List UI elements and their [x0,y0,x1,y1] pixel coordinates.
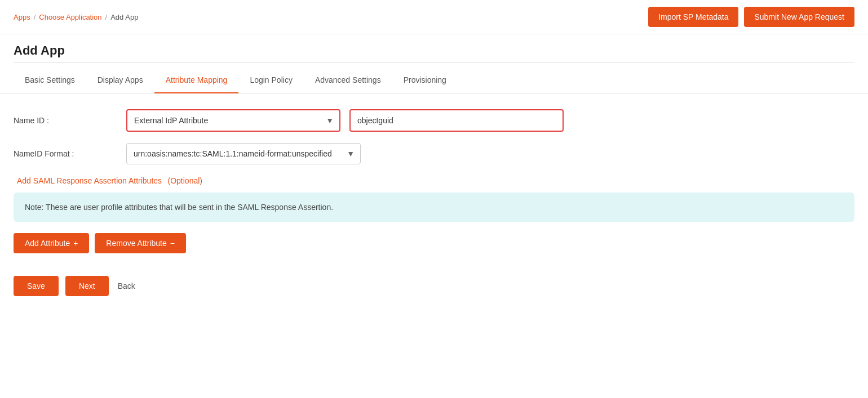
breadcrumb: Apps / Choose Application / Add App [14,13,138,21]
header-divider [14,62,854,63]
add-icon: + [73,239,78,248]
add-attribute-label: Add Attribute [25,239,70,248]
remove-icon: − [170,239,175,248]
nameid-format-label: NameID Format : [14,149,126,158]
saml-section-title: Add SAML Response Assertion Attributes (… [14,176,854,186]
breadcrumb-sep-1: / [34,13,36,21]
main-content: Name ID : External IdP Attribute Usernam… [0,93,868,316]
remove-attribute-button[interactable]: Remove Attribute − [95,233,186,253]
bottom-actions: Save Next Back [14,271,854,301]
submit-new-app-request-button[interactable]: Submit New App Request [744,7,854,27]
tab-provisioning[interactable]: Provisioning [392,68,458,93]
tab-login-policy[interactable]: Login Policy [238,68,304,93]
nameid-format-select[interactable]: urn:oasis:names:tc:SAML:1.1:nameid-forma… [127,144,360,164]
next-button[interactable]: Next [65,276,109,296]
import-sp-metadata-button[interactable]: Import SP Metadata [648,7,738,27]
name-id-row: Name ID : External IdP Attribute Usernam… [14,109,854,132]
top-bar: Apps / Choose Application / Add App Impo… [0,0,868,34]
name-id-select-wrapper: External IdP Attribute Username Email ▼ [126,109,340,132]
breadcrumb-current: Add App [110,13,138,21]
saml-info-text: Note: These are user profile attributes … [25,203,333,212]
breadcrumb-apps[interactable]: Apps [14,13,30,21]
tab-display-apps[interactable]: Display Apps [86,68,154,93]
tab-advanced-settings[interactable]: Advanced Settings [304,68,392,93]
name-id-label: Name ID : [14,116,126,125]
nameid-format-select-wrapper: urn:oasis:names:tc:SAML:1.1:nameid-forma… [126,143,361,164]
save-button[interactable]: Save [14,276,59,296]
saml-info-box: Note: These are user profile attributes … [14,193,854,222]
name-id-select[interactable]: External IdP Attribute Username Email [127,110,339,131]
page-title: Add App [14,43,854,58]
back-button[interactable]: Back [116,276,138,296]
tab-attribute-mapping[interactable]: Attribute Mapping [154,68,239,93]
tab-nav: Basic Settings Display Apps Attribute Ma… [0,68,868,93]
breadcrumb-choose-app[interactable]: Choose Application [39,13,101,21]
add-attribute-button[interactable]: Add Attribute + [14,233,89,253]
page-header: Add App [0,34,868,62]
attribute-action-buttons: Add Attribute + Remove Attribute − [14,233,854,253]
top-actions: Import SP Metadata Submit New App Reques… [648,7,854,27]
name-id-text-input[interactable] [349,109,564,132]
breadcrumb-sep-2: / [105,13,108,21]
remove-attribute-label: Remove Attribute [106,239,166,248]
tab-basic-settings[interactable]: Basic Settings [14,68,86,93]
nameid-format-row: NameID Format : urn:oasis:names:tc:SAML:… [14,143,854,164]
